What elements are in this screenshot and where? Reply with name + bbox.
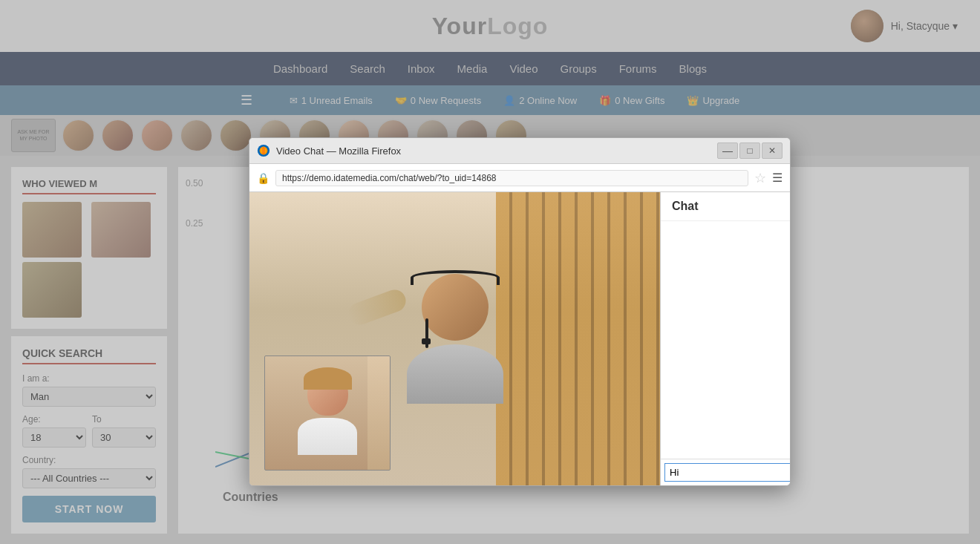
- chat-input[interactable]: [664, 463, 791, 482]
- security-lock-icon: 🔒: [257, 172, 270, 184]
- browser-titlebar: Video Chat — Mozilla Firefox — □ ✕: [249, 138, 790, 164]
- browser-menu-icon[interactable]: ☰: [772, 171, 783, 185]
- video-main: [249, 192, 660, 485]
- close-button[interactable]: ✕: [762, 142, 783, 159]
- video-container: Chat 😊 📷: [249, 192, 790, 485]
- chat-title: Chat: [661, 192, 790, 221]
- video-inset: [264, 355, 391, 471]
- chat-messages: [661, 221, 790, 459]
- maximize-button[interactable]: □: [739, 142, 760, 159]
- address-bar: 🔒 ☆ ☰: [249, 164, 790, 192]
- chat-input-area: 😊 📷: [661, 459, 790, 485]
- url-field[interactable]: [275, 170, 748, 186]
- browser-controls: — □ ✕: [717, 142, 783, 159]
- firefox-icon: [257, 144, 270, 157]
- chat-panel: Chat 😊 📷: [660, 192, 790, 485]
- minimize-button[interactable]: —: [717, 142, 738, 159]
- browser-title: Video Chat — Mozilla Firefox: [276, 145, 711, 157]
- browser-window: Video Chat — Mozilla Firefox — □ ✕ 🔒 ☆ ☰: [249, 137, 791, 486]
- bookmark-icon[interactable]: ☆: [754, 170, 766, 186]
